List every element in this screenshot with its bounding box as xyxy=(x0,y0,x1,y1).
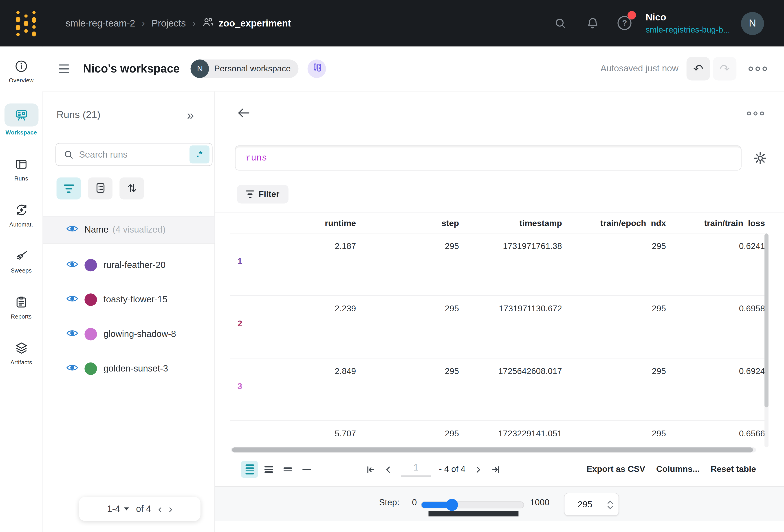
list-settings-icon xyxy=(94,182,106,195)
gear-icon[interactable] xyxy=(753,151,767,167)
row-height-md-button[interactable] xyxy=(279,461,296,478)
run-details-button[interactable] xyxy=(88,177,112,200)
sidebar-item-automations[interactable]: Automat. xyxy=(9,201,33,227)
help-button[interactable]: ? xyxy=(618,16,633,31)
row-index[interactable]: 4 xyxy=(237,446,242,447)
search-runs-input[interactable] xyxy=(79,149,190,160)
layers-icon xyxy=(14,339,28,357)
collapse-panel-icon[interactable]: » xyxy=(187,108,194,122)
table-row[interactable]: 2 2.239 295 1731971130.672 295 0.6958 xyxy=(230,296,766,358)
page-range-value: 1-4 xyxy=(107,504,120,514)
columns-button[interactable]: Columns... xyxy=(656,465,700,475)
cell-loss: 0.6958 xyxy=(739,304,765,314)
wandb-logo-icon[interactable] xyxy=(14,8,38,38)
workspace-board-icon xyxy=(4,104,38,127)
avatar[interactable]: N xyxy=(741,12,764,34)
customize-button[interactable] xyxy=(308,59,326,78)
eye-icon[interactable] xyxy=(66,295,78,305)
vertical-scrollbar[interactable] xyxy=(764,233,768,447)
undo-button[interactable]: ↶ xyxy=(687,57,710,81)
prev-page-icon[interactable]: ‹ xyxy=(158,503,162,514)
column-header[interactable]: _timestamp xyxy=(515,218,562,228)
run-list-item[interactable]: golden-sunset-3 xyxy=(43,352,215,386)
sidebar-item-runs[interactable]: Runs xyxy=(15,156,28,181)
regex-toggle-button[interactable]: .* xyxy=(190,145,209,163)
run-list-item[interactable]: rural-feather-20 xyxy=(43,248,215,283)
row-index[interactable]: 2 xyxy=(237,319,242,329)
user-menu[interactable]: Nico smle-registries-bug-b... xyxy=(646,12,730,35)
column-header[interactable]: _runtime xyxy=(320,218,356,228)
eye-icon[interactable] xyxy=(66,363,78,374)
export-csv-button[interactable]: Export as CSV xyxy=(587,465,645,475)
sidebar-item-artifacts[interactable]: Artifacts xyxy=(10,339,32,365)
scrollbar-thumb[interactable] xyxy=(764,233,768,408)
sidebar-item-workspace[interactable]: Workspace xyxy=(4,104,38,136)
runs-toolbar xyxy=(57,177,144,200)
table-row[interactable]: 1 2.187 295 1731971761.38 295 0.6241 xyxy=(230,233,766,296)
chevron-down-icon[interactable] xyxy=(607,502,614,511)
sort-runs-button[interactable] xyxy=(119,177,144,200)
eye-icon[interactable] xyxy=(66,329,78,339)
sidebar-item-label: Runs xyxy=(15,175,28,181)
runs-search-box: .* xyxy=(55,143,213,166)
reset-table-button[interactable]: Reset table xyxy=(710,465,756,475)
run-name: golden-sunset-3 xyxy=(104,363,168,374)
sidebar-item-overview[interactable]: Overview xyxy=(9,57,33,84)
breadcrumb-projects[interactable]: Projects xyxy=(151,18,186,29)
scrollbar-thumb[interactable] xyxy=(232,447,753,452)
sidebar-item-reports[interactable]: Reports xyxy=(11,293,32,319)
row-height-sm-button[interactable] xyxy=(298,461,315,478)
step-slider-thumb[interactable] xyxy=(446,499,458,511)
page-range-dropdown[interactable]: 1-4 xyxy=(107,504,129,514)
user-name: Nico xyxy=(646,12,730,23)
run-list-item[interactable]: glowing-shadow-8 xyxy=(43,317,215,352)
filter-runs-button[interactable] xyxy=(57,177,81,200)
row-index[interactable]: 1 xyxy=(237,256,242,267)
horizontal-scrollbar[interactable] xyxy=(231,447,756,452)
runs-table-panel: Filter _runtime _step _timestamp train/e… xyxy=(215,91,784,532)
table-row[interactable]: 3 2.849 295 1725642608.017 295 0.6924 xyxy=(230,359,766,421)
step-loaded-range-bar xyxy=(428,511,519,516)
first-page-icon[interactable] xyxy=(365,464,375,475)
cell-epoch: 295 xyxy=(652,429,666,439)
next-page-icon[interactable]: › xyxy=(169,503,172,514)
search-icon[interactable] xyxy=(554,17,567,30)
table-overflow-menu-icon[interactable] xyxy=(747,112,764,116)
run-color-dot xyxy=(84,328,97,340)
row-height-toggle xyxy=(241,461,315,478)
run-list-item[interactable]: toasty-flower-15 xyxy=(43,282,215,317)
eye-icon[interactable] xyxy=(66,260,78,271)
query-input[interactable] xyxy=(235,146,741,170)
page-title: Nico's workspace xyxy=(83,62,180,76)
runs-sidebar: Runs (21) » .* xyxy=(43,91,215,532)
bell-icon[interactable] xyxy=(586,17,600,30)
redo-button[interactable]: ↷ xyxy=(713,57,737,81)
last-page-icon[interactable] xyxy=(491,464,502,475)
runs-panel-title: Runs (21) xyxy=(57,109,101,120)
prev-page-icon[interactable] xyxy=(384,465,393,474)
workspace-type-badge[interactable]: N Personal workspace xyxy=(191,59,299,78)
overflow-menu-icon[interactable] xyxy=(749,66,767,71)
menu-icon[interactable] xyxy=(59,64,69,73)
table-row[interactable]: 4 5.707 295 1723229141.051 295 0.6566 xyxy=(230,421,766,447)
back-arrow-icon[interactable] xyxy=(237,108,251,120)
row-index[interactable]: 3 xyxy=(237,382,242,391)
table-filter-button[interactable]: Filter xyxy=(237,185,288,203)
page-number-input[interactable] xyxy=(401,462,431,477)
column-header[interactable]: train/epoch_ndx xyxy=(600,218,666,228)
row-height-xl-button[interactable] xyxy=(241,461,258,478)
caret-down-icon xyxy=(124,507,129,510)
step-label: Step: xyxy=(379,498,399,508)
breadcrumb-team[interactable]: smle-reg-team-2 xyxy=(65,18,135,29)
step-slider-track[interactable] xyxy=(421,502,524,508)
step-value-input[interactable] xyxy=(564,494,606,515)
eye-icon[interactable] xyxy=(66,224,78,235)
breadcrumb-project[interactable]: zoo_experiment xyxy=(202,17,291,30)
column-header[interactable]: _step xyxy=(437,218,459,228)
navbar-actions: ? Nico smle-registries-bug-b... N xyxy=(554,12,784,34)
runs-name-header[interactable]: Name (4 visualized) xyxy=(43,216,215,243)
sidebar-item-sweeps[interactable]: Sweeps xyxy=(11,247,32,273)
row-height-lg-button[interactable] xyxy=(260,461,277,478)
column-header[interactable]: train/train_loss xyxy=(704,218,765,228)
next-page-icon[interactable] xyxy=(474,465,483,474)
